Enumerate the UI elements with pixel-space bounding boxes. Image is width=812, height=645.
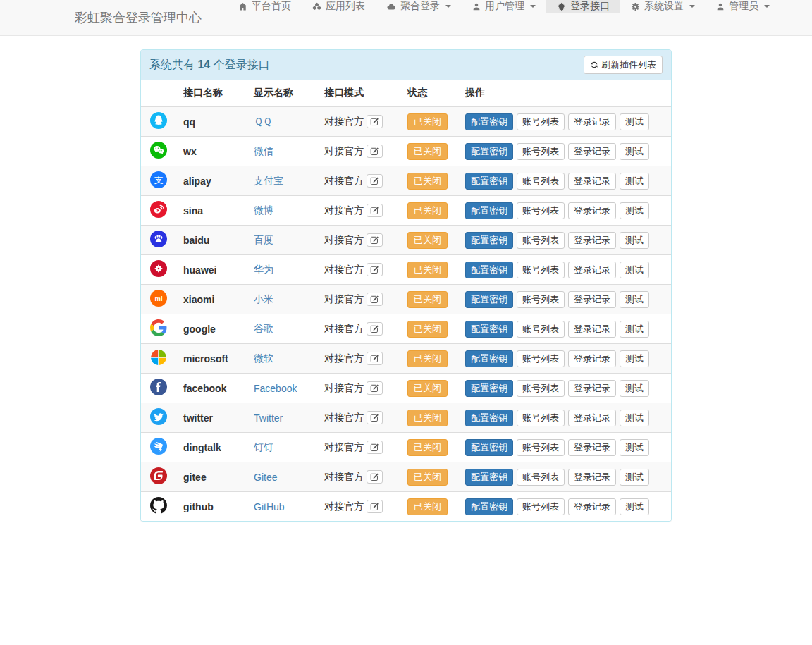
login-records-button[interactable]: 登录记录	[568, 173, 616, 190]
configure-key-button[interactable]: 配置密钥	[465, 321, 513, 338]
account-list-button[interactable]: 账号列表	[517, 498, 565, 515]
configure-key-button[interactable]: 配置密钥	[465, 262, 513, 278]
status-badge[interactable]: 已关闭	[407, 113, 448, 130]
edit-mode-button[interactable]	[367, 204, 383, 217]
nav-item-apps[interactable]: 应用列表	[302, 0, 376, 13]
display-name-link[interactable]: 微软	[254, 352, 273, 364]
edit-mode-button[interactable]	[367, 381, 383, 395]
login-records-button[interactable]: 登录记录	[568, 350, 616, 367]
test-button[interactable]: 测试	[620, 410, 649, 426]
test-button[interactable]: 测试	[620, 173, 649, 190]
display-name-link[interactable]: 小米	[254, 293, 273, 305]
nav-item-settings[interactable]: 系统设置	[620, 0, 706, 13]
configure-key-button[interactable]: 配置密钥	[465, 410, 513, 426]
status-badge[interactable]: 已关闭	[407, 291, 448, 308]
status-badge[interactable]: 已关闭	[407, 380, 448, 397]
status-badge[interactable]: 已关闭	[407, 469, 448, 486]
display-name-link[interactable]: 微博	[254, 204, 273, 216]
edit-mode-button[interactable]	[367, 352, 383, 365]
configure-key-button[interactable]: 配置密钥	[465, 380, 513, 397]
account-list-button[interactable]: 账号列表	[517, 232, 565, 249]
edit-mode-button[interactable]	[367, 263, 383, 276]
configure-key-button[interactable]: 配置密钥	[465, 202, 513, 219]
configure-key-button[interactable]: 配置密钥	[465, 498, 513, 515]
display-name-link[interactable]: 微信	[254, 145, 273, 156]
status-badge[interactable]: 已关闭	[407, 321, 448, 338]
test-button[interactable]: 测试	[620, 291, 649, 308]
login-records-button[interactable]: 登录记录	[568, 410, 616, 426]
login-records-button[interactable]: 登录记录	[568, 113, 616, 130]
display-name-link[interactable]: 谷歌	[254, 323, 273, 334]
account-list-button[interactable]: 账号列表	[517, 469, 565, 486]
display-name-link[interactable]: Gitee	[254, 472, 277, 483]
test-button[interactable]: 测试	[620, 321, 649, 338]
display-name-link[interactable]: GitHub	[254, 501, 285, 512]
account-list-button[interactable]: 账号列表	[517, 380, 565, 397]
nav-item-loginapi[interactable]: 登录接口	[546, 0, 620, 13]
configure-key-button[interactable]: 配置密钥	[465, 113, 513, 130]
account-list-button[interactable]: 账号列表	[517, 291, 565, 308]
edit-mode-button[interactable]	[367, 233, 383, 247]
status-badge[interactable]: 已关闭	[407, 498, 448, 515]
configure-key-button[interactable]: 配置密钥	[465, 439, 513, 456]
nav-item-users[interactable]: 用户管理	[462, 0, 546, 13]
configure-key-button[interactable]: 配置密钥	[465, 143, 513, 160]
login-records-button[interactable]: 登录记录	[568, 498, 616, 515]
status-badge[interactable]: 已关闭	[407, 232, 448, 249]
login-records-button[interactable]: 登录记录	[568, 380, 616, 397]
test-button[interactable]: 测试	[620, 350, 649, 367]
status-badge[interactable]: 已关闭	[407, 173, 448, 190]
status-badge[interactable]: 已关闭	[407, 410, 448, 426]
display-name-link[interactable]: 钉钉	[254, 441, 273, 453]
configure-key-button[interactable]: 配置密钥	[465, 232, 513, 249]
configure-key-button[interactable]: 配置密钥	[465, 469, 513, 486]
account-list-button[interactable]: 账号列表	[517, 113, 565, 130]
account-list-button[interactable]: 账号列表	[517, 262, 565, 278]
nav-item-home[interactable]: 平台首页	[228, 0, 302, 13]
test-button[interactable]: 测试	[620, 469, 649, 486]
edit-mode-button[interactable]	[367, 500, 383, 513]
refresh-plugins-button[interactable]: 刷新插件列表	[584, 56, 663, 74]
test-button[interactable]: 测试	[620, 113, 649, 130]
display-name-link[interactable]: 百度	[254, 234, 273, 245]
login-records-button[interactable]: 登录记录	[568, 469, 616, 486]
test-button[interactable]: 测试	[620, 380, 649, 397]
display-name-link[interactable]: Facebook	[254, 383, 297, 394]
account-list-button[interactable]: 账号列表	[517, 410, 565, 426]
login-records-button[interactable]: 登录记录	[568, 202, 616, 219]
status-badge[interactable]: 已关闭	[407, 262, 448, 278]
display-name-link[interactable]: ＱＱ	[254, 116, 272, 127]
account-list-button[interactable]: 账号列表	[517, 439, 565, 456]
edit-mode-button[interactable]	[367, 441, 383, 454]
account-list-button[interactable]: 账号列表	[517, 202, 565, 219]
status-badge[interactable]: 已关闭	[407, 143, 448, 160]
display-name-link[interactable]: 支付宝	[254, 175, 283, 186]
brand[interactable]: 彩虹聚合登录管理中心	[64, 0, 212, 35]
status-badge[interactable]: 已关闭	[407, 202, 448, 219]
account-list-button[interactable]: 账号列表	[517, 143, 565, 160]
test-button[interactable]: 测试	[620, 498, 649, 515]
login-records-button[interactable]: 登录记录	[568, 321, 616, 338]
login-records-button[interactable]: 登录记录	[568, 143, 616, 160]
account-list-button[interactable]: 账号列表	[517, 321, 565, 338]
login-records-button[interactable]: 登录记录	[568, 262, 616, 278]
display-name-link[interactable]: 华为	[254, 264, 273, 275]
display-name-link[interactable]: Twitter	[254, 412, 283, 424]
configure-key-button[interactable]: 配置密钥	[465, 173, 513, 190]
edit-mode-button[interactable]	[367, 293, 383, 306]
status-badge[interactable]: 已关闭	[407, 350, 448, 367]
edit-mode-button[interactable]	[367, 411, 383, 424]
nav-item-admin[interactable]: 管理员	[706, 0, 780, 13]
configure-key-button[interactable]: 配置密钥	[465, 350, 513, 367]
test-button[interactable]: 测试	[620, 143, 649, 160]
login-records-button[interactable]: 登录记录	[568, 232, 616, 249]
test-button[interactable]: 测试	[620, 439, 649, 456]
test-button[interactable]: 测试	[620, 202, 649, 219]
edit-mode-button[interactable]	[367, 470, 383, 484]
edit-mode-button[interactable]	[367, 115, 383, 128]
edit-mode-button[interactable]	[367, 174, 383, 188]
edit-mode-button[interactable]	[367, 145, 383, 158]
test-button[interactable]: 测试	[620, 262, 649, 278]
account-list-button[interactable]: 账号列表	[517, 350, 565, 367]
configure-key-button[interactable]: 配置密钥	[465, 291, 513, 308]
